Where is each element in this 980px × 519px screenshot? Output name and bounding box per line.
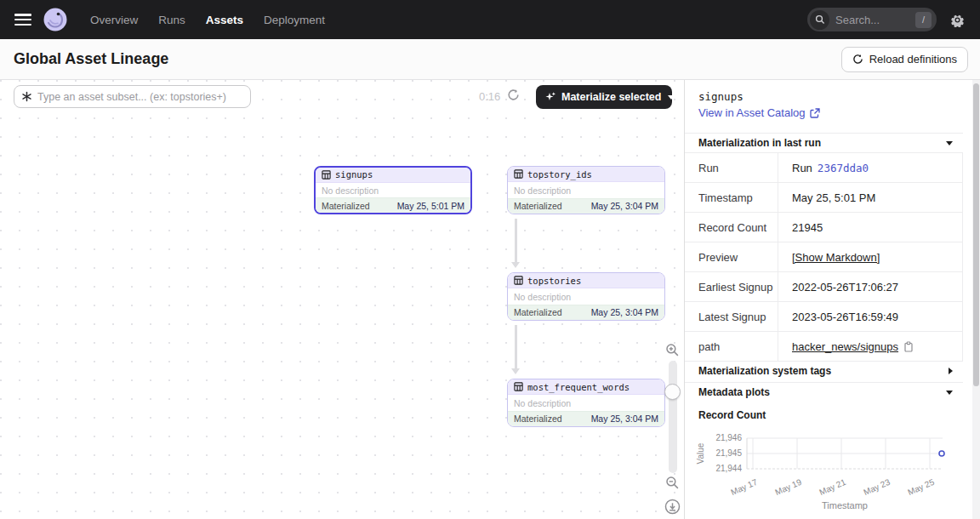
node-status: Materialized (514, 413, 562, 424)
table-row: Preview [Show Markdown] (685, 242, 962, 272)
node-title: signups (335, 169, 373, 180)
svg-text:May 25: May 25 (906, 477, 936, 498)
table-row: Latest Signup 2023-05-26T16:59:49 (685, 302, 962, 332)
run-id-link[interactable]: 2367dda0 (818, 162, 869, 174)
global-search[interactable]: / (807, 8, 937, 31)
asset-node-most_frequent_words[interactable]: most_frequent_words No description Mater… (507, 379, 665, 427)
table-row: Record Count 21945 (685, 213, 962, 242)
graph-refresh-icon[interactable] (507, 88, 520, 101)
node-title: topstory_ids (527, 169, 592, 180)
main-nav: Overview Runs Assets Deployment (90, 14, 325, 26)
external-link-icon (810, 108, 820, 118)
node-timestamp: May 25, 5:01 PM (397, 201, 464, 211)
last-run-metadata-table: Run Run2367dda0 Timestamp May 25, 5:01 P… (685, 152, 963, 362)
chevron-down-icon (946, 141, 953, 145)
materialize-options-dropdown[interactable] (668, 85, 675, 109)
table-row: Timestamp May 25, 5:01 PM (685, 183, 962, 213)
edge-topstories-most_frequent_words (515, 325, 517, 369)
zoom-slider-track[interactable] (669, 361, 677, 473)
asset-filter-input[interactable] (37, 91, 243, 103)
materialize-button-group: Materialize selected (536, 85, 672, 109)
table-row: Run Run2367dda0 (685, 153, 962, 183)
materialize-selected-button[interactable]: Materialize selected (536, 91, 668, 103)
recenter-graph-icon[interactable] (664, 499, 681, 515)
asset-graph-canvas[interactable]: 0:16 Materialize selected signups No des… (0, 80, 684, 519)
section-metadata-plots[interactable]: Metadata plots (685, 382, 963, 402)
table-icon (514, 169, 523, 179)
svg-text:21,944: 21,944 (715, 464, 742, 473)
svg-text:May 19: May 19 (773, 477, 803, 498)
zoom-out-icon[interactable] (665, 476, 680, 490)
nav-assets[interactable]: Assets (206, 14, 243, 26)
svg-text:May 23: May 23 (862, 477, 892, 498)
table-row: path hacker_news/signups (685, 332, 962, 362)
chevron-right-icon (949, 368, 953, 374)
record-count-chart: May 17May 19May 21May 23May 2521,94621,9… (693, 421, 974, 518)
asset-filter-input-box[interactable] (14, 85, 251, 108)
section-materialization-system-tags[interactable]: Materialization system tags (685, 361, 963, 380)
page-title: Global Asset Lineage (14, 50, 168, 68)
sidebar-scrollbar-thumb[interactable] (973, 83, 979, 386)
nav-deployment[interactable]: Deployment (264, 14, 325, 26)
nav-runs[interactable]: Runs (158, 14, 185, 26)
node-description: No description (508, 395, 664, 410)
sidebar-asset-name: signups (698, 90, 744, 103)
path-link[interactable]: hacker_news/signups (792, 340, 898, 353)
asset-node-topstories[interactable]: topstories No description MaterializedMa… (507, 272, 665, 321)
edge-topstory_ids-topstories (515, 219, 517, 263)
page-title-bar: Global Asset Lineage Reload definitions (0, 39, 980, 80)
node-description: No description (508, 182, 664, 197)
table-icon (322, 170, 331, 180)
search-icon (810, 10, 829, 30)
asset-node-topstory_ids[interactable]: topstory_ids No description Materialized… (507, 166, 665, 214)
refresh-icon (852, 54, 863, 65)
gear-icon[interactable] (950, 13, 965, 27)
node-description: No description (508, 288, 664, 304)
reload-definitions-button[interactable]: Reload definitions (841, 47, 968, 72)
node-timestamp: May 25, 3:04 PM (591, 201, 658, 211)
zoom-slider-handle[interactable] (664, 384, 681, 400)
node-status: Materialized (322, 201, 370, 211)
copy-clipboard-icon[interactable] (903, 341, 914, 352)
table-icon (514, 276, 523, 285)
svg-text:May 21: May 21 (818, 477, 847, 498)
nav-overview[interactable]: Overview (90, 14, 138, 26)
svg-text:May 17: May 17 (729, 477, 759, 498)
search-input[interactable] (835, 14, 915, 26)
chevron-down-icon (946, 391, 953, 395)
refresh-timer: 0:16 (479, 90, 500, 103)
chevron-down-icon (668, 95, 675, 100)
svg-text:21,946: 21,946 (715, 433, 742, 442)
node-timestamp: May 25, 3:04 PM (591, 307, 658, 317)
node-description: No description (316, 183, 470, 198)
app-header: Overview Runs Assets Deployment / (0, 0, 980, 39)
sparkle-icon (544, 91, 556, 103)
show-markdown-link[interactable]: [Show Markdown] (792, 251, 880, 264)
asset-node-signups[interactable]: signups No description MaterializedMay 2… (314, 166, 472, 214)
node-title: topstories (527, 276, 581, 286)
section-materialization-last-run[interactable]: Materialization in last run (685, 133, 963, 152)
zoom-in-icon[interactable] (665, 343, 680, 357)
dagster-logo[interactable] (43, 7, 68, 32)
menu-icon[interactable] (14, 14, 31, 26)
node-timestamp: May 25, 3:04 PM (591, 413, 658, 424)
svg-text:Value: Value (696, 442, 705, 464)
node-title: most_frequent_words (527, 382, 630, 392)
asset-detail-sidebar: signups View in Asset Catalog Materializ… (684, 80, 980, 519)
search-shortcut-badge: / (915, 12, 932, 28)
node-status: Materialized (514, 201, 562, 211)
svg-text:21,945: 21,945 (715, 448, 742, 458)
svg-text:Timestamp: Timestamp (822, 500, 868, 510)
asset-selection-icon (21, 91, 32, 102)
chart-title: Record Count (698, 409, 766, 421)
table-row: Earliest Signup 2022-05-26T17:06:27 (685, 272, 962, 302)
table-icon (514, 382, 523, 391)
node-status: Materialized (514, 307, 562, 317)
view-in-asset-catalog-link[interactable]: View in Asset Catalog (698, 106, 820, 119)
